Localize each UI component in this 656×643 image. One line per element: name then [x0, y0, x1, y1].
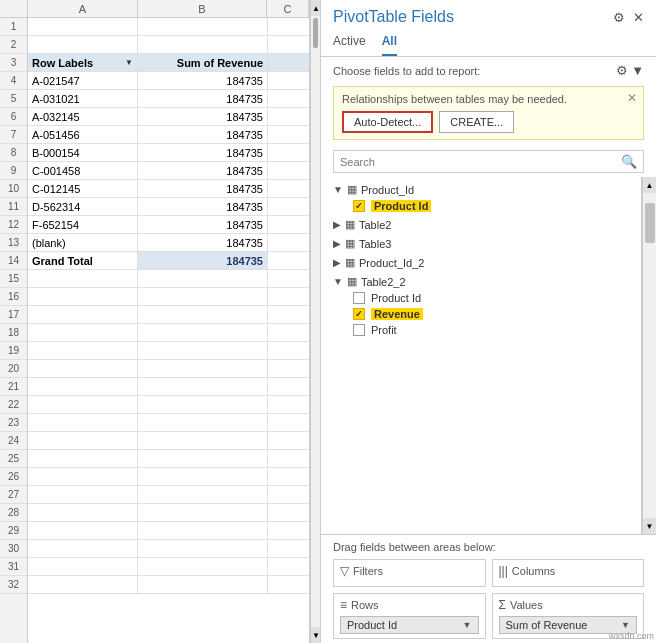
table-row: [28, 576, 309, 594]
cell-a: [28, 450, 138, 467]
field-label: Product Id: [371, 200, 431, 212]
row-number: 1: [0, 18, 27, 36]
field-checkbox[interactable]: [353, 292, 365, 304]
col-header-b: B: [138, 0, 268, 17]
row-number: 26: [0, 468, 27, 486]
fields-scroll-down[interactable]: ▼: [643, 518, 657, 534]
cell-b: [138, 558, 268, 575]
area-label: Filters: [353, 565, 383, 577]
search-input[interactable]: [334, 153, 615, 171]
field-group-header[interactable]: ▶ ▦ Product_Id_2: [321, 254, 641, 271]
col-header-a: A: [28, 0, 138, 17]
fields-scroll-up[interactable]: ▲: [643, 177, 657, 193]
warning-buttons: Auto-Detect... CREATE...: [342, 111, 635, 133]
cell-c: [268, 486, 309, 503]
cell-c: [268, 72, 309, 89]
table-icon: ▦: [345, 256, 355, 269]
area-header: ΣValues: [499, 598, 638, 612]
row-number: 17: [0, 306, 27, 324]
field-group-header[interactable]: ▶ ▦ Table2: [321, 216, 641, 233]
vertical-scrollbar[interactable]: ▲ ▼: [310, 0, 320, 643]
fields-scrollbar[interactable]: ▲ ▼: [642, 177, 656, 534]
row-number: 13: [0, 234, 27, 252]
cell-b: [138, 432, 268, 449]
fields-list: ▼ ▦ Product_Id ✓Product Id ▶ ▦ Table2 ▶ …: [321, 177, 642, 534]
autodetect-button[interactable]: Auto-Detect...: [342, 111, 433, 133]
group-label: Table2_2: [361, 276, 406, 288]
row-labels-text: Row Labels: [32, 57, 93, 69]
table-row: [28, 324, 309, 342]
row-number: 5: [0, 90, 27, 108]
dropdown-arrow[interactable]: ▼: [125, 58, 133, 67]
cell-c: [268, 450, 309, 467]
cell-c: [268, 432, 309, 449]
fields-scroll-thumb[interactable]: [645, 203, 655, 243]
checkmark: ✓: [355, 309, 363, 319]
row-number: 7: [0, 126, 27, 144]
table-row: B-000154184735: [28, 144, 309, 162]
field-group: ▼ ▦ Product_Id ✓Product Id: [321, 181, 641, 214]
table-icon: ▦: [345, 218, 355, 231]
areas-grid: ▽Filters|||Columns≡RowsProduct Id▼ΣValue…: [333, 559, 644, 639]
cell-c: [268, 522, 309, 539]
warning-close-icon[interactable]: ✕: [627, 91, 637, 105]
cell-b: [138, 522, 268, 539]
cell-c: [268, 360, 309, 377]
create-button[interactable]: CREATE...: [439, 111, 514, 133]
field-group-header[interactable]: ▶ ▦ Table3: [321, 235, 641, 252]
table-row: [28, 522, 309, 540]
row-number: 32: [0, 576, 27, 594]
group-label: Product_Id: [361, 184, 414, 196]
tab-active[interactable]: Active: [333, 30, 366, 56]
table-row: A-032145184735: [28, 108, 309, 126]
area-label: Values: [510, 599, 543, 611]
field-group-header[interactable]: ▼ ▦ Table2_2: [321, 273, 641, 290]
settings-icon[interactable]: ⚙: [613, 10, 625, 25]
row-number: 10: [0, 180, 27, 198]
field-checkbox[interactable]: ✓: [353, 200, 365, 212]
cell-a: C-001458: [28, 162, 138, 179]
search-icon: 🔍: [615, 151, 643, 172]
row-number: 21: [0, 378, 27, 396]
chip-dropdown-arrow[interactable]: ▼: [621, 620, 630, 630]
gear-icon[interactable]: ⚙ ▼: [616, 63, 644, 78]
table-row: D-562314184735: [28, 198, 309, 216]
field-checkbox[interactable]: ✓: [353, 308, 365, 320]
cell-c: [268, 18, 309, 35]
cell-a: (blank): [28, 234, 138, 251]
cell-a: D-562314: [28, 198, 138, 215]
cell-b: [138, 306, 268, 323]
chip-dropdown-arrow[interactable]: ▼: [463, 620, 472, 630]
close-icon[interactable]: ✕: [633, 10, 644, 25]
area-chip[interactable]: Product Id▼: [340, 616, 479, 634]
cell-b: [138, 504, 268, 521]
cell-c: [268, 558, 309, 575]
cell-b: [138, 378, 268, 395]
tab-all[interactable]: All: [382, 30, 397, 56]
scroll-track: [311, 50, 320, 627]
cell-b: 184735: [138, 198, 268, 215]
cell-b: [138, 486, 268, 503]
area-icon: Σ: [499, 598, 506, 612]
field-group-header[interactable]: ▼ ▦ Product_Id: [321, 181, 641, 198]
cell-c: [268, 504, 309, 521]
cell-c: [268, 396, 309, 413]
cell-b: [138, 324, 268, 341]
table-row: [28, 18, 309, 36]
cell-b: 184735: [138, 252, 268, 269]
field-checkbox[interactable]: [353, 324, 365, 336]
pivot-panel: PivotTable Fields ⚙ ✕ Active All Choose …: [320, 0, 656, 643]
table-row: [28, 306, 309, 324]
cell-c: [268, 378, 309, 395]
cell-b: 184735: [138, 90, 268, 107]
cell-b: [138, 18, 268, 35]
cell-b: [138, 396, 268, 413]
list-item: Profit: [321, 322, 641, 338]
cell-c: [268, 414, 309, 431]
pivot-tabs: Active All: [321, 30, 656, 57]
cell-c: [268, 252, 309, 269]
cell-a: [28, 468, 138, 485]
scroll-thumb[interactable]: [313, 18, 318, 48]
cell-b: [138, 576, 268, 593]
area-header: ≡Rows: [340, 598, 479, 612]
